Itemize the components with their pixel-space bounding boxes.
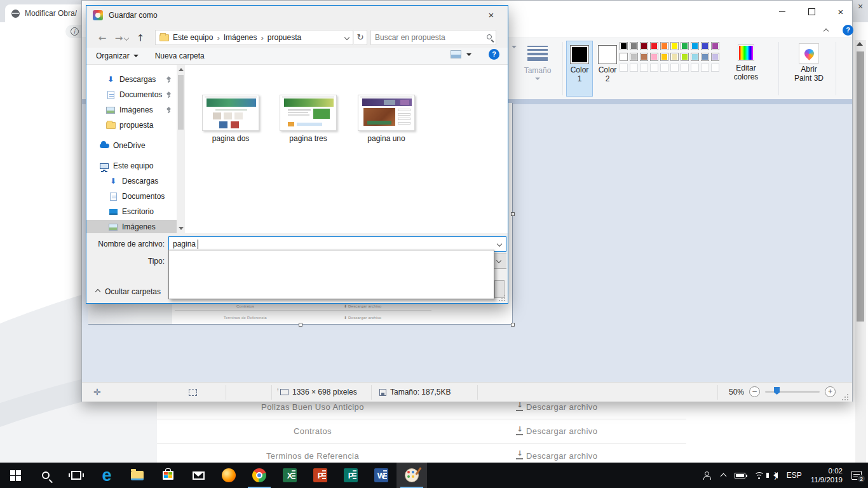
organize-button[interactable]: Organizar (96, 51, 139, 60)
color1-button[interactable]: Color 1 (566, 41, 593, 97)
scroll-down-icon[interactable] (179, 227, 184, 230)
palette-color-swatch[interactable] (620, 53, 628, 61)
palette-empty-slot[interactable] (691, 64, 699, 72)
nav-item-documentos-pinned[interactable]: Documentos (86, 88, 177, 102)
dialog-titlebar[interactable]: Guardar como (86, 6, 508, 25)
search-input[interactable] (375, 31, 483, 44)
navpane-scrollbar[interactable] (177, 65, 185, 233)
filename-dropdown-icon[interactable] (497, 241, 502, 247)
taskbar-word-icon[interactable]: W (366, 463, 397, 488)
nav-item-descargas[interactable]: ⬇ Descargas (86, 174, 177, 188)
palette-color-swatch[interactable] (660, 42, 668, 50)
palette-empty-slot[interactable] (630, 64, 638, 72)
browser-close-icon[interactable]: × (855, 1, 865, 11)
taskbar-chrome-icon[interactable] (244, 463, 275, 488)
taskbar-file-explorer-icon[interactable] (122, 463, 153, 488)
browser-scrollbar[interactable] (855, 40, 866, 463)
canvas-resize-handle-bottom[interactable] (299, 323, 302, 327)
palette-color-swatch[interactable] (670, 42, 679, 50)
canvas-resize-handle-right[interactable] (511, 212, 515, 216)
nav-item-escritorio[interactable]: Escritorio (86, 205, 177, 219)
palette-color-swatch[interactable] (701, 42, 709, 50)
close-button[interactable]: × (830, 4, 851, 18)
nav-item-descargas-pinned[interactable]: ⬇ Descargas (86, 72, 177, 86)
palette-color-swatch[interactable] (711, 42, 719, 50)
palette-empty-slot[interactable] (670, 64, 679, 72)
palette-color-swatch[interactable] (660, 53, 668, 61)
palette-color-swatch[interactable] (711, 53, 719, 61)
taskbar-start-icon[interactable] (0, 463, 31, 488)
nav-item-onedrive[interactable]: OneDrive (86, 139, 177, 152)
taskbar-paint-icon[interactable] (397, 463, 427, 488)
scrollbar-up-icon[interactable] (857, 42, 863, 46)
search-box[interactable] (370, 30, 496, 45)
palette-color-swatch[interactable] (630, 42, 638, 50)
color2-button[interactable]: Color 2 (594, 41, 621, 97)
palette-color-swatch[interactable] (681, 42, 689, 50)
file-pagina-uno[interactable]: pagina uno (348, 95, 424, 143)
taskbar-edge-icon[interactable]: e (92, 463, 122, 488)
wifi-icon[interactable] (754, 472, 764, 479)
canvas-resize-handle-corner[interactable] (511, 323, 515, 327)
views-button[interactable] (451, 50, 471, 58)
scrollbar-thumb[interactable] (857, 51, 864, 322)
edit-colors-button[interactable]: Editar colores (725, 41, 767, 81)
refresh-icon[interactable]: ↻ (354, 30, 367, 45)
palette-color-swatch[interactable] (650, 42, 658, 50)
file-pagina-tres[interactable]: pagina tres (270, 95, 346, 143)
action-center-icon[interactable]: 2 (851, 471, 862, 480)
palette-color-swatch[interactable] (630, 53, 638, 61)
page-info-icon[interactable]: i (71, 27, 79, 36)
up-icon[interactable]: ↑ (132, 32, 149, 44)
dialog-help-icon[interactable]: ? (489, 49, 499, 60)
download-link[interactable]: Descargar archivo (516, 451, 597, 461)
breadcrumb-dropdown-icon[interactable] (344, 35, 349, 40)
collapse-ribbon-icon[interactable] (824, 26, 839, 36)
paint-help-icon[interactable]: ? (843, 25, 853, 36)
breadcrumb[interactable]: Este equipo › Imágenes › propuesta (155, 30, 353, 45)
zoom-in-button[interactable]: + (825, 386, 836, 397)
nav-item-propuesta[interactable]: propuesta (86, 118, 177, 132)
taskbar-publisher-icon[interactable]: P (336, 463, 366, 488)
breadcrumb-propuesta[interactable]: propuesta (268, 33, 301, 42)
download-link[interactable]: Descargar archivo (516, 426, 597, 436)
breadcrumb-this-pc[interactable]: Este equipo (173, 33, 213, 42)
palette-color-swatch[interactable] (640, 53, 648, 61)
file-pagina-dos[interactable]: pagina dos (193, 95, 269, 143)
palette-color-swatch[interactable] (670, 53, 679, 61)
hide-folders-button[interactable]: Ocultar carpetas (96, 287, 161, 296)
palette-color-swatch[interactable] (640, 42, 648, 50)
nav-item-imagenes-pinned[interactable]: Imágenes (86, 103, 177, 117)
maximize-button[interactable] (801, 4, 822, 18)
scroll-thumb[interactable] (178, 75, 184, 130)
palette-color-swatch[interactable] (691, 42, 699, 50)
dialog-close-icon[interactable]: × (480, 8, 503, 22)
open-paint3d-button[interactable]: Abrir Paint 3D (789, 41, 829, 83)
taskbar-store-icon[interactable] (153, 463, 183, 488)
resize-grip[interactable] (842, 394, 848, 400)
zoom-out-button[interactable]: – (749, 386, 760, 397)
language-indicator[interactable]: ESP (787, 471, 802, 480)
palette-empty-slot[interactable] (620, 64, 628, 72)
minimize-button[interactable] (771, 4, 793, 18)
people-icon[interactable] (705, 471, 712, 479)
taskbar-search-icon[interactable] (31, 463, 61, 488)
palette-color-swatch[interactable] (650, 53, 658, 61)
clock[interactable]: 0:02 11/9/2019 (811, 466, 843, 484)
zoom-slider[interactable] (765, 391, 820, 393)
breadcrumb-images[interactable]: Imágenes (224, 33, 257, 42)
taskbar-task-view-icon[interactable] (61, 463, 92, 488)
new-folder-button[interactable]: Nueva carpeta (155, 51, 205, 60)
palette-color-swatch[interactable] (701, 53, 709, 61)
palette-color-swatch[interactable] (681, 53, 689, 61)
dialog-resize-grip[interactable] (498, 294, 505, 301)
palette-empty-slot[interactable] (660, 64, 668, 72)
hidden-icons-chevron[interactable] (720, 473, 726, 480)
palette-empty-slot[interactable] (681, 64, 689, 72)
nav-item-este-equipo[interactable]: Este equipo (86, 159, 177, 173)
taskbar-powerpoint-icon[interactable]: P (305, 463, 336, 488)
palette-empty-slot[interactable] (650, 64, 658, 72)
taskbar-excel-icon[interactable]: X (275, 463, 305, 488)
zoom-slider-thumb[interactable] (774, 387, 780, 395)
download-link[interactable]: Descargar archivo (516, 402, 597, 412)
